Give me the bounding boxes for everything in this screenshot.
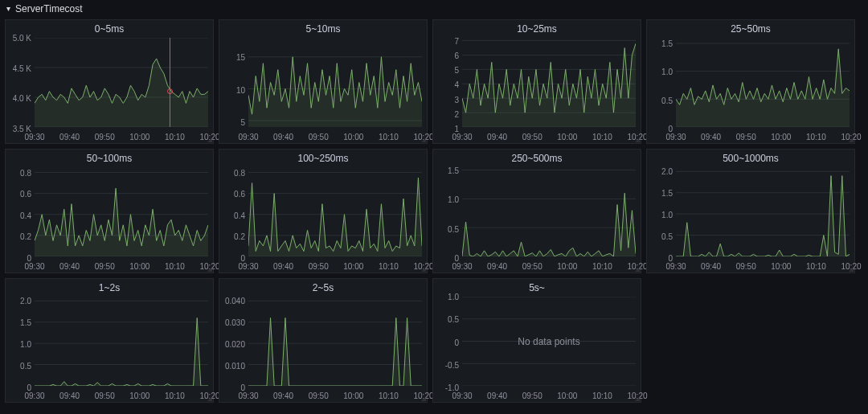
chart-panel[interactable]: 5s~-1.0-0.500.51.009:3009:4009:5010:0010… xyxy=(432,278,641,403)
plot-area: No data points xyxy=(462,297,636,386)
y-tick: 0.6 xyxy=(234,190,245,199)
x-tick: 09:30 xyxy=(452,262,472,271)
y-tick: 3.5 K xyxy=(13,125,31,133)
x-tick: 09:30 xyxy=(24,391,44,400)
y-tick: 1.5 xyxy=(20,318,31,327)
x-tick: 10:00 xyxy=(343,262,363,271)
y-tick: 0 xyxy=(668,254,673,263)
plot-area xyxy=(248,297,422,386)
chart-panel[interactable]: 250~500ms00.51.01.509:3009:4009:5010:001… xyxy=(432,149,641,273)
section-title: ServerTimecost xyxy=(15,3,83,14)
x-tick: 10:00 xyxy=(557,391,577,400)
y-tick: 0.020 xyxy=(225,340,245,349)
y-tick: 0 xyxy=(454,338,459,346)
x-tick: 09:30 xyxy=(24,262,44,271)
y-tick: 1.0 xyxy=(448,195,459,204)
resize-handle[interactable] xyxy=(207,267,212,272)
x-tick: 09:30 xyxy=(665,262,686,271)
y-tick: 0.4 xyxy=(234,211,245,219)
plot-area xyxy=(462,167,636,256)
x-tick: 09:40 xyxy=(487,262,507,271)
x-tick: 09:50 xyxy=(95,133,115,141)
y-tick: 0 xyxy=(240,383,245,392)
y-tick: 1.0 xyxy=(448,293,459,301)
panel-title: 25~50ms xyxy=(647,20,854,38)
chevron-down-icon: ▾ xyxy=(6,4,10,13)
plot-area xyxy=(35,297,208,386)
x-tick: 09:50 xyxy=(522,133,542,141)
y-tick: -0.5 xyxy=(445,360,459,369)
y-tick: 0.5 xyxy=(20,362,31,371)
panel-title: 50~100ms xyxy=(6,150,213,167)
x-tick: 10:00 xyxy=(129,391,149,400)
panel-title: 1~2s xyxy=(6,279,213,297)
y-tick: 4 xyxy=(454,80,459,89)
x-axis: 09:3009:4009:5010:0010:1010:20 xyxy=(35,387,208,400)
resize-handle[interactable] xyxy=(207,137,212,142)
chart-panel[interactable]: 25~50ms00.51.01.509:3009:4009:5010:0010:… xyxy=(646,19,855,144)
resize-handle[interactable] xyxy=(421,396,426,401)
y-tick: 5.0 K xyxy=(13,34,31,43)
resize-handle[interactable] xyxy=(849,267,854,272)
y-tick: 0 xyxy=(454,254,459,263)
y-axis: 00.20.40.60.8 xyxy=(219,167,247,256)
panel-title: 0~5ms xyxy=(6,20,213,38)
resize-handle[interactable] xyxy=(207,396,212,401)
x-axis: 09:3009:4009:5010:0010:1010:20 xyxy=(462,258,636,271)
y-axis: 00.20.40.60.8 xyxy=(6,167,33,256)
x-tick: 09:50 xyxy=(309,391,329,400)
chart-panel[interactable]: 50~100ms00.20.40.60.809:3009:4009:5010:0… xyxy=(5,149,214,273)
y-tick: 1.5 xyxy=(661,189,673,198)
x-axis: 09:3009:4009:5010:0010:1010:20 xyxy=(248,387,422,400)
y-tick: 1.5 xyxy=(448,166,459,174)
y-tick: 0.8 xyxy=(234,168,245,177)
section-header[interactable]: ▾ ServerTimecost xyxy=(0,0,868,19)
x-tick: 10:00 xyxy=(557,262,577,271)
x-tick: 09:40 xyxy=(273,262,293,271)
chart-panel[interactable]: 500~1000ms00.51.01.52.009:3009:4009:5010… xyxy=(646,149,855,273)
x-tick: 10:10 xyxy=(379,133,399,141)
y-tick: 3 xyxy=(454,95,459,104)
x-tick: 09:40 xyxy=(59,133,80,141)
plot-area xyxy=(676,38,850,127)
y-tick: 6 xyxy=(454,51,459,59)
panel-title: 500~1000ms xyxy=(647,150,854,167)
chart-panel[interactable]: 5~10ms5101509:3009:4009:5010:0010:1010:2… xyxy=(219,19,428,144)
x-tick: 09:30 xyxy=(665,133,686,141)
y-tick: 4.5 K xyxy=(13,64,31,72)
resize-handle[interactable] xyxy=(849,137,854,142)
x-axis: 09:3009:4009:5010:0010:1010:20 xyxy=(676,258,850,271)
x-tick: 09:50 xyxy=(95,262,115,271)
y-axis: 1234567 xyxy=(433,38,461,127)
plot-area xyxy=(676,167,850,256)
y-tick: 7 xyxy=(454,36,459,45)
plot-area xyxy=(248,167,422,256)
resize-handle[interactable] xyxy=(635,396,640,401)
x-tick: 10:00 xyxy=(771,262,791,271)
x-tick: 09:40 xyxy=(487,133,507,141)
resize-handle[interactable] xyxy=(635,267,640,272)
y-axis: 00.0100.0200.0300.040 xyxy=(219,297,247,386)
y-tick: 0.010 xyxy=(225,362,245,371)
resize-handle[interactable] xyxy=(421,137,426,142)
y-tick: 0.8 xyxy=(20,168,31,177)
y-tick: 0.2 xyxy=(20,232,31,241)
x-tick: 10:00 xyxy=(129,133,149,141)
plot-area xyxy=(462,38,636,127)
y-tick: 1.5 xyxy=(661,39,673,48)
x-tick: 10:10 xyxy=(165,133,185,141)
x-tick: 10:00 xyxy=(343,133,363,141)
resize-handle[interactable] xyxy=(635,137,640,142)
x-tick: 09:50 xyxy=(522,391,542,400)
x-axis: 09:3009:4009:5010:0010:1010:20 xyxy=(35,258,208,271)
chart-panel[interactable]: 0~5ms3.5 K4.0 K4.5 K5.0 K09:3009:4009:50… xyxy=(5,19,214,144)
chart-panel[interactable]: 2~5s00.0100.0200.0300.04009:3009:4009:50… xyxy=(219,278,428,403)
x-tick: 09:30 xyxy=(24,133,44,141)
chart-panel[interactable]: 10~25ms123456709:3009:4009:5010:0010:101… xyxy=(432,19,641,144)
chart-panel[interactable]: 100~250ms00.20.40.60.809:3009:4009:5010:… xyxy=(219,149,428,273)
resize-handle[interactable] xyxy=(421,267,426,272)
x-tick: 09:30 xyxy=(238,262,258,271)
chart-panel[interactable]: 1~2s00.51.01.52.009:3009:4009:5010:0010:… xyxy=(5,278,214,403)
y-axis: 00.51.01.52.0 xyxy=(647,167,674,256)
x-tick: 09:40 xyxy=(59,391,80,400)
